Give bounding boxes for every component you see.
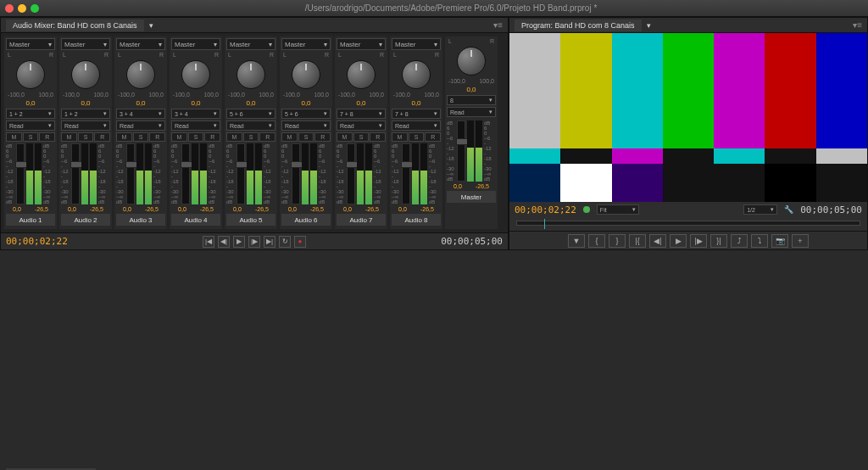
tab-dropdown-icon[interactable]: ▾ (647, 21, 651, 30)
channel-label[interactable]: Audio 8 (392, 214, 441, 226)
resolution-dropdown[interactable]: 1/2▾ (743, 204, 777, 215)
r-button[interactable]: R (204, 132, 220, 142)
pan-knob[interactable] (402, 60, 431, 89)
channel-label[interactable]: Audio 2 (61, 214, 110, 226)
step-back-icon[interactable]: ◀| (649, 234, 666, 248)
program-video[interactable] (509, 33, 867, 202)
step-back-icon[interactable]: ◀| (218, 236, 230, 248)
pan-knob[interactable] (457, 47, 486, 76)
program-tab[interactable]: Program: Band HD com 8 Canais (515, 20, 642, 31)
mixer-timecode[interactable]: 00;00;02;22 (6, 236, 68, 247)
automation-mode-dropdown[interactable]: Read▾ (392, 120, 441, 131)
channel-label[interactable]: Audio 5 (226, 214, 275, 226)
mark-in-icon[interactable]: ▼ (568, 234, 585, 248)
output-bus-dropdown[interactable]: Master▾ (6, 38, 55, 50)
mark-in-button[interactable]: { (588, 234, 605, 248)
program-scrubber[interactable] (509, 217, 867, 231)
m-button[interactable]: M (61, 132, 77, 142)
channel-label[interactable]: Audio 6 (281, 214, 331, 226)
output-bus-dropdown[interactable]: Master▾ (116, 38, 165, 50)
play-icon[interactable]: ▶ (233, 236, 245, 248)
pan-knob[interactable] (236, 60, 265, 89)
go-to-out-icon[interactable]: }| (710, 234, 727, 248)
automation-mode-dropdown[interactable]: Read▾ (171, 120, 220, 131)
s-button[interactable]: S (409, 132, 425, 142)
send-dropdown[interactable]: 1 + 2▾ (61, 109, 110, 119)
go-to-in-icon[interactable]: |◀ (203, 236, 214, 248)
pan-knob[interactable] (16, 60, 45, 89)
channel-label[interactable]: Audio 1 (6, 214, 55, 226)
r-button[interactable]: R (370, 132, 386, 142)
audio-mixer-tab[interactable]: Audio Mixer: Band HD com 8 Canais (6, 20, 144, 31)
m-button[interactable]: M (6, 132, 22, 142)
send-dropdown[interactable]: 7 + 8▾ (337, 109, 386, 119)
channel-label[interactable]: Audio 4 (171, 214, 220, 226)
volume-fader[interactable] (236, 143, 245, 204)
send-dropdown[interactable]: 8▾ (447, 95, 496, 105)
m-button[interactable]: M (226, 132, 242, 142)
r-button[interactable]: R (425, 132, 441, 142)
s-button[interactable]: S (243, 132, 259, 142)
send-dropdown[interactable]: 5 + 6▾ (226, 109, 275, 119)
send-dropdown[interactable]: 5 + 6▾ (281, 109, 331, 119)
automation-mode-dropdown[interactable]: Read▾ (6, 120, 55, 131)
go-to-out-icon[interactable]: ▶| (264, 236, 275, 248)
r-button[interactable]: R (39, 132, 55, 142)
send-dropdown[interactable]: 7 + 8▾ (392, 109, 441, 119)
send-dropdown[interactable]: 3 + 4▾ (171, 109, 220, 119)
settings-icon[interactable]: 🔧 (784, 205, 793, 214)
channel-label[interactable]: Audio 7 (337, 214, 386, 226)
automation-mode-dropdown[interactable]: Read▾ (116, 120, 165, 131)
volume-fader[interactable] (16, 143, 25, 204)
lift-icon[interactable]: ⤴ (731, 234, 748, 248)
record-icon[interactable]: ● (294, 236, 306, 248)
step-fwd-icon[interactable]: |▶ (248, 236, 260, 248)
export-frame-icon[interactable]: 📷 (771, 234, 788, 248)
m-button[interactable]: M (281, 132, 298, 142)
send-dropdown[interactable]: 1 + 2▾ (6, 109, 55, 119)
automation-mode-dropdown[interactable]: Read▾ (447, 107, 496, 117)
play-icon[interactable]: ▶ (670, 234, 687, 248)
automation-mode-dropdown[interactable]: Read▾ (61, 120, 110, 131)
s-button[interactable]: S (78, 132, 94, 142)
s-button[interactable]: S (353, 132, 370, 142)
pan-knob[interactable] (181, 60, 210, 89)
automation-mode-dropdown[interactable]: Read▾ (226, 120, 275, 131)
panel-menu-icon[interactable]: ▾≡ (493, 20, 503, 30)
volume-fader[interactable] (457, 120, 465, 182)
output-bus-dropdown[interactable]: Master▾ (171, 38, 220, 50)
m-button[interactable]: M (392, 132, 408, 142)
s-button[interactable]: S (133, 132, 149, 142)
output-bus-dropdown[interactable]: Master▾ (337, 38, 386, 50)
r-button[interactable]: R (149, 132, 165, 142)
s-button[interactable]: S (298, 132, 314, 142)
send-dropdown[interactable]: 3 + 4▾ (116, 109, 165, 119)
automation-mode-dropdown[interactable]: Read▾ (337, 120, 386, 131)
m-button[interactable]: M (337, 132, 353, 142)
output-bus-dropdown[interactable]: Master▾ (281, 38, 331, 50)
output-bus-dropdown[interactable]: Master▾ (392, 38, 441, 50)
output-bus-dropdown[interactable]: Master▾ (61, 38, 110, 50)
r-button[interactable]: R (314, 132, 331, 142)
step-fwd-icon[interactable]: |▶ (690, 234, 707, 248)
channel-label[interactable]: Audio 3 (116, 214, 165, 226)
pan-knob[interactable] (126, 60, 155, 89)
button-editor-icon[interactable]: + (792, 234, 809, 248)
panel-menu-icon[interactable]: ▾≡ (853, 20, 862, 30)
close-icon[interactable] (5, 4, 14, 13)
minimize-icon[interactable] (18, 4, 26, 13)
r-button[interactable]: R (259, 132, 275, 142)
volume-fader[interactable] (71, 143, 80, 204)
loop-icon[interactable]: ↻ (279, 236, 291, 248)
m-button[interactable]: M (171, 132, 187, 142)
mark-out-button[interactable]: } (609, 234, 626, 248)
fit-dropdown[interactable]: Fit▾ (597, 204, 639, 215)
volume-fader[interactable] (347, 143, 355, 204)
volume-fader[interactable] (126, 143, 135, 204)
volume-fader[interactable] (402, 143, 410, 204)
channel-label[interactable]: Master (447, 191, 496, 203)
pan-knob[interactable] (292, 60, 320, 89)
go-to-in-icon[interactable]: |{ (629, 234, 646, 248)
zoom-icon[interactable] (31, 4, 39, 13)
volume-fader[interactable] (292, 143, 300, 204)
